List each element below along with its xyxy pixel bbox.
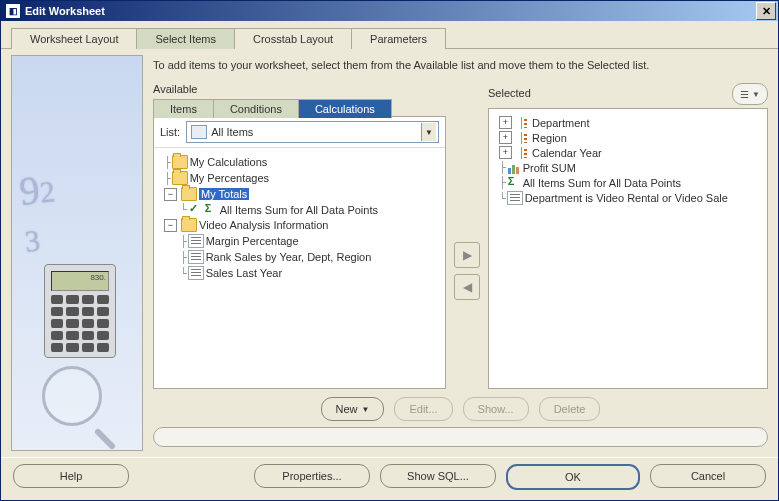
sheet-icon	[188, 234, 204, 248]
node-label: My Totals	[199, 188, 249, 200]
sheet-icon	[188, 250, 204, 264]
chevron-down-icon: ▼	[362, 405, 370, 414]
check-icon	[188, 204, 202, 216]
status-bar	[153, 425, 768, 447]
delete-button[interactable]: Delete	[539, 397, 601, 421]
new-button[interactable]: New ▼	[321, 397, 385, 421]
available-subtabs: Items Conditions Calculations	[153, 98, 446, 117]
list-view-icon: ☰	[740, 89, 749, 100]
node-label: All Items Sum for All Data Points	[220, 204, 378, 216]
decor-digits: 923	[17, 164, 62, 261]
node-my-calculations[interactable]: ├ My Calculations	[158, 154, 441, 170]
top-tabstrip: Worksheet Layout Select Items Crosstab L…	[1, 21, 778, 49]
subtab-items[interactable]: Items	[153, 99, 214, 118]
sel-node-dept-video[interactable]: └ Department is Video Rental or Video Sa…	[493, 190, 763, 206]
node-label: Rank Sales by Year, Dept, Region	[206, 251, 372, 263]
list-combobox[interactable]: All Items ▼	[186, 121, 439, 143]
folder-icon	[181, 218, 197, 232]
node-label: Sales Last Year	[206, 267, 282, 279]
chevron-down-icon[interactable]: ▼	[421, 123, 436, 141]
edit-button[interactable]: Edit...	[394, 397, 452, 421]
move-left-button[interactable]: ◀	[454, 274, 480, 300]
show-button[interactable]: Show...	[463, 397, 529, 421]
node-sales-last-year[interactable]: └ Sales Last Year	[158, 265, 441, 281]
node-label: All Items Sum for All Data Points	[523, 177, 681, 189]
hierarchy-icon	[516, 117, 530, 129]
node-label: My Calculations	[190, 156, 268, 168]
node-my-totals[interactable]: − My Totals	[158, 186, 441, 202]
node-label: Video Analysis Information	[199, 219, 328, 231]
item-action-row: New ▼ Edit... Show... Delete	[153, 389, 768, 425]
expand-icon[interactable]: +	[499, 131, 512, 144]
move-right-button[interactable]: ▶	[454, 242, 480, 268]
hierarchy-icon	[516, 132, 530, 144]
available-label: Available	[153, 83, 446, 95]
selected-label: Selected	[488, 87, 531, 99]
instruction-text: To add items to your worksheet, select t…	[153, 55, 768, 83]
shuttle-buttons: ▶ ◀	[454, 83, 480, 389]
node-video-analysis[interactable]: − Video Analysis Information	[158, 217, 441, 233]
sel-node-calendar-year[interactable]: + Calendar Year	[493, 145, 763, 160]
subtab-conditions[interactable]: Conditions	[213, 99, 299, 118]
available-tree[interactable]: ├ My Calculations ├ My Percentages − My …	[154, 148, 445, 388]
magnifier-graphic	[42, 366, 112, 436]
window-title: Edit Worksheet	[25, 5, 756, 17]
sigma-icon	[507, 177, 521, 189]
sigma-icon	[204, 204, 218, 216]
node-label: Profit SUM	[523, 162, 576, 174]
hierarchy-icon	[516, 147, 530, 159]
sheet-icon	[188, 266, 204, 280]
expand-icon[interactable]: +	[499, 116, 512, 129]
ok-button[interactable]: OK	[506, 464, 640, 490]
sel-node-department[interactable]: + Department	[493, 115, 763, 130]
cancel-button[interactable]: Cancel	[650, 464, 766, 488]
help-button[interactable]: Help	[13, 464, 129, 488]
folder-icon	[172, 171, 188, 185]
tab-parameters[interactable]: Parameters	[351, 28, 446, 49]
node-label: My Percentages	[190, 172, 269, 184]
tab-select-items[interactable]: Select Items	[136, 28, 235, 49]
collapse-icon[interactable]: −	[164, 219, 177, 232]
tab-crosstab-layout[interactable]: Crosstab Layout	[234, 28, 352, 49]
node-label: Department	[532, 117, 589, 129]
measure-icon	[507, 162, 521, 174]
chevron-down-icon: ▼	[752, 90, 760, 99]
app-icon: ◧	[5, 3, 21, 19]
new-button-label: New	[336, 403, 358, 415]
node-margin-pct[interactable]: ├ Margin Percentage	[158, 233, 441, 249]
properties-button[interactable]: Properties...	[254, 464, 370, 488]
sheet-icon	[507, 191, 523, 205]
view-mode-button[interactable]: ☰ ▼	[732, 83, 768, 105]
title-bar: ◧ Edit Worksheet ✕	[1, 1, 778, 21]
calc-display: 830.	[51, 271, 109, 291]
subtab-calculations[interactable]: Calculations	[298, 99, 392, 118]
node-label: Margin Percentage	[206, 235, 299, 247]
list-combo-icon	[191, 125, 207, 139]
sel-node-region[interactable]: + Region	[493, 130, 763, 145]
node-label: Department is Video Rental or Video Sale	[525, 192, 728, 204]
dialog-footer: Help Properties... Show SQL... OK Cancel	[1, 457, 778, 500]
node-my-percentages[interactable]: ├ My Percentages	[158, 170, 441, 186]
folder-icon	[181, 187, 197, 201]
node-label: Calendar Year	[532, 147, 602, 159]
node-rank-sales[interactable]: ├ Rank Sales by Year, Dept, Region	[158, 249, 441, 265]
node-all-items-sum[interactable]: └ All Items Sum for All Data Points	[158, 202, 441, 217]
show-sql-button[interactable]: Show SQL...	[380, 464, 496, 488]
list-combo-value: All Items	[211, 126, 417, 138]
tab-worksheet-layout[interactable]: Worksheet Layout	[11, 28, 137, 49]
node-label: Region	[532, 132, 567, 144]
expand-icon[interactable]: +	[499, 146, 512, 159]
collapse-icon[interactable]: −	[164, 188, 177, 201]
calculator-graphic: 830.	[44, 264, 116, 358]
list-label: List:	[160, 126, 180, 138]
sel-node-profit-sum[interactable]: ├ Profit SUM	[493, 160, 763, 175]
selected-tree[interactable]: + Department + Region +	[489, 109, 767, 388]
close-button[interactable]: ✕	[756, 2, 776, 20]
folder-icon	[172, 155, 188, 169]
wizard-image: 923 830.	[11, 55, 143, 451]
sel-node-all-items-sum[interactable]: ├ All Items Sum for All Data Points	[493, 175, 763, 190]
